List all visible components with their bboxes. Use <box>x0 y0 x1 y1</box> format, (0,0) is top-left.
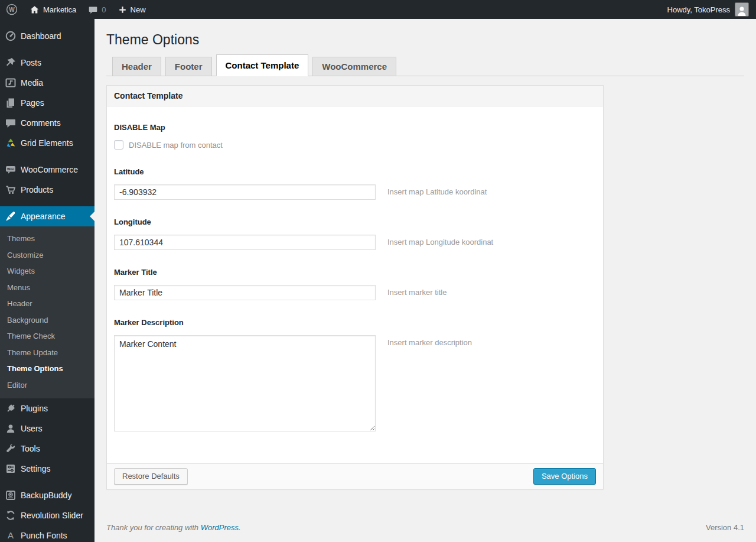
sidebar-item-tools[interactable]: Tools <box>0 439 94 459</box>
marker-title-label: Marker Title <box>114 268 596 277</box>
submenu-item-theme-update[interactable]: Theme Update <box>0 345 94 361</box>
tab-header[interactable]: Header <box>112 57 161 76</box>
cart-icon <box>0 184 21 196</box>
wordpress-logo-icon: W <box>6 4 18 15</box>
sidebar-item-backupbuddy[interactable]: BackupBuddy <box>0 485 94 505</box>
sidebar-item-revolution-slider[interactable]: Revolution Slider <box>0 505 94 525</box>
comments-menu[interactable]: 0 <box>82 0 112 19</box>
submenu-item-theme-check[interactable]: Theme Check <box>0 328 94 345</box>
marker-title-input[interactable] <box>114 285 376 300</box>
submenu-item-header[interactable]: Header <box>0 296 94 312</box>
svg-text:A: A <box>7 530 13 540</box>
submenu-item-customize[interactable]: Customize <box>0 247 94 264</box>
admin-bar: W Marketica 0 New Howdy, TokoPress <box>0 0 756 19</box>
sidebar-label: Pages <box>21 98 44 108</box>
sidebar-item-products[interactable]: Products <box>0 180 94 200</box>
admin-sidebar: Dashboard Posts Media Pages Comments Gri… <box>0 19 94 542</box>
footer-thanks: Thank you for creating with WordPress. <box>106 523 241 532</box>
footer-version: Version 4.1 <box>706 523 744 532</box>
sidebar-label: Posts <box>21 58 41 67</box>
sidebar-item-comments[interactable]: Comments <box>0 113 94 133</box>
brush-icon <box>0 210 21 222</box>
submenu-item-themes[interactable]: Themes <box>0 231 94 247</box>
sidebar-label: Plugins <box>21 404 48 413</box>
sidebar-item-punch-fonts[interactable]: A Punch Fonts <box>0 525 94 542</box>
marker-description-label: Marker Description <box>114 318 596 327</box>
panel-body: DISABLE Map DISABLE map from contact Lat… <box>107 106 603 463</box>
save-options-button[interactable]: Save Options <box>533 468 596 485</box>
account-menu[interactable]: Howdy, TokoPress <box>660 2 756 17</box>
page-title: Theme Options <box>106 19 744 54</box>
new-label: New <box>131 5 146 14</box>
marker-description-helper: Insert marker description <box>387 335 472 347</box>
restore-defaults-button[interactable]: Restore Defaults <box>114 468 188 485</box>
marker-description-textarea[interactable]: Marker Content <box>114 335 376 431</box>
page-footer: Thank you for creating with WordPress. V… <box>106 523 744 532</box>
comments-icon <box>0 117 21 129</box>
sidebar-label: Tools <box>21 444 40 453</box>
longitude-label: Longitude <box>114 218 596 226</box>
sidebar-label: WooCommerce <box>21 165 78 174</box>
site-name: Marketica <box>43 5 76 14</box>
sidebar-label: Settings <box>21 464 51 473</box>
appearance-submenu: Themes Customize Widgets Menus Header Ba… <box>0 226 94 398</box>
home-icon <box>30 5 40 15</box>
submenu-item-background[interactable]: Background <box>0 312 94 329</box>
latitude-field: Latitude Insert map Latitude koordinat <box>114 167 596 200</box>
user-icon <box>0 423 21 434</box>
wordpress-logo-menu[interactable]: W <box>0 0 24 19</box>
marker-title-field: Marker Title Insert marker title <box>114 268 596 300</box>
new-content-menu[interactable]: New <box>112 0 152 19</box>
refresh-icon <box>0 509 21 521</box>
letter-a-icon: A <box>0 530 21 541</box>
submenu-item-menus[interactable]: Menus <box>0 280 94 296</box>
grid-elements-icon <box>0 137 21 149</box>
comment-bubble-icon <box>88 5 98 15</box>
footer-thanks-text: Thank you for creating with <box>106 523 201 532</box>
longitude-input[interactable] <box>114 235 376 250</box>
sidebar-label: Products <box>21 185 53 194</box>
submenu-item-widgets[interactable]: Widgets <box>0 263 94 280</box>
tab-bar: Header Footer Contact Template WooCommer… <box>106 54 744 76</box>
disable-map-label: DISABLE Map <box>114 123 596 132</box>
site-name-menu[interactable]: Marketica <box>24 0 82 19</box>
sidebar-label: Punch Fonts <box>21 531 67 540</box>
sidebar-item-dashboard[interactable]: Dashboard <box>0 26 94 46</box>
sidebar-item-grid-elements[interactable]: Grid Elements <box>0 133 94 153</box>
submenu-item-theme-options[interactable]: Theme Options <box>0 361 94 377</box>
disable-map-checkbox[interactable] <box>114 140 123 150</box>
latitude-label: Latitude <box>114 167 596 176</box>
marker-title-helper: Insert marker title <box>387 285 447 297</box>
sliders-icon <box>0 463 21 475</box>
howdy-text: Howdy, TokoPress <box>667 5 730 14</box>
latitude-input[interactable] <box>114 184 376 200</box>
sidebar-label: Users <box>21 424 43 433</box>
sidebar-label: Appearance <box>21 212 66 221</box>
sidebar-item-settings[interactable]: Settings <box>0 459 94 479</box>
submenu-item-editor[interactable]: Editor <box>0 377 94 394</box>
plug-icon <box>0 403 21 414</box>
sidebar-item-users[interactable]: Users <box>0 418 94 439</box>
svg-text:Woo: Woo <box>6 167 14 171</box>
sidebar-item-plugins[interactable]: Plugins <box>0 398 94 418</box>
sidebar-item-woocommerce[interactable]: Woo WooCommerce <box>0 160 94 180</box>
plus-icon <box>118 5 127 14</box>
sidebar-item-appearance[interactable]: Appearance <box>0 206 94 226</box>
main-content: Theme Options Header Footer Contact Temp… <box>94 19 756 542</box>
disable-map-field: DISABLE Map DISABLE map from contact <box>114 123 596 150</box>
sidebar-label: Comments <box>21 118 61 128</box>
wrench-icon <box>0 443 21 455</box>
sidebar-label: BackupBuddy <box>21 491 71 500</box>
disable-map-checkbox-label: DISABLE map from contact <box>129 141 223 150</box>
wordpress-link[interactable]: WordPress <box>201 523 239 532</box>
tab-woocommerce[interactable]: WooCommerce <box>312 57 396 76</box>
sidebar-item-pages[interactable]: Pages <box>0 93 94 113</box>
sidebar-item-posts[interactable]: Posts <box>0 53 94 73</box>
sidebar-item-media[interactable]: Media <box>0 73 94 93</box>
woocommerce-icon: Woo <box>0 164 21 176</box>
pin-icon <box>0 57 21 69</box>
tab-footer[interactable]: Footer <box>165 57 212 76</box>
longitude-helper: Insert map Longitude koordinat <box>387 235 493 246</box>
tab-contact-template[interactable]: Contact Template <box>216 54 309 76</box>
comment-count: 0 <box>102 5 106 14</box>
